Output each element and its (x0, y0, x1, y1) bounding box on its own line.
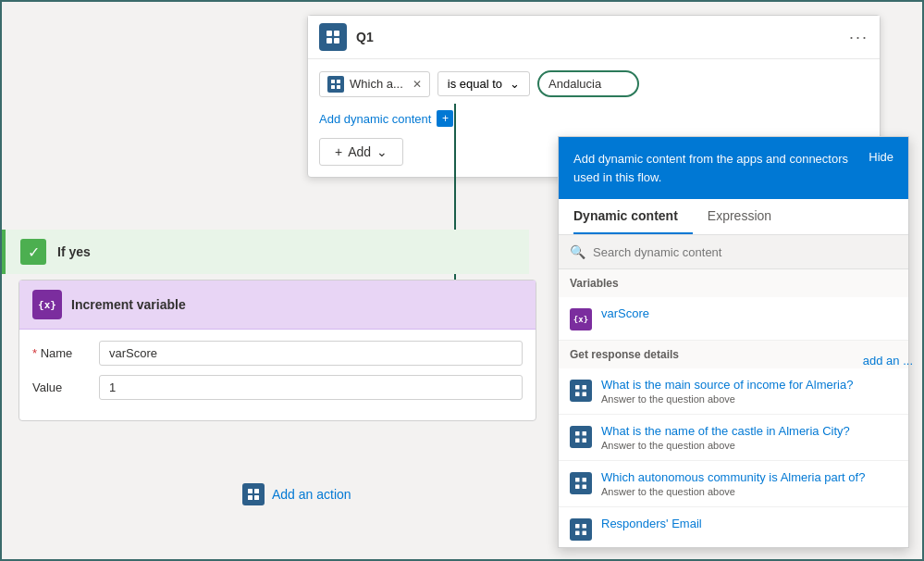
svg-rect-17 (575, 431, 580, 436)
add-dynamic-plus-button[interactable]: + (437, 110, 453, 127)
question-1-title: What is the main source of income for Al… (601, 378, 897, 392)
tab-dynamic-content[interactable]: Dynamic content (573, 199, 693, 234)
svg-rect-23 (575, 485, 580, 490)
responders-email-title: Responders' Email (601, 517, 897, 530)
var-score-item[interactable]: {x} varScore (559, 297, 908, 341)
add-plus-icon: + (335, 144, 342, 159)
var-score-icon: {x} (570, 308, 592, 330)
add-button[interactable]: + Add ⌄ (319, 138, 403, 166)
q1-icon (319, 23, 347, 51)
add-action-row: Add an action (242, 483, 351, 505)
svg-rect-2 (326, 38, 332, 44)
svg-rect-0 (326, 31, 332, 36)
add-chevron-icon: ⌄ (376, 144, 388, 159)
value-field-row: Value (32, 375, 523, 400)
which-chip-icon (327, 76, 344, 93)
svg-rect-28 (583, 531, 587, 536)
if-yes-check-icon: ✓ (20, 239, 46, 265)
question-2-sub: Answer to the question above (601, 440, 897, 451)
svg-rect-19 (575, 439, 580, 443)
panel-header-text: Add dynamic content from the apps and co… (573, 150, 857, 186)
svg-rect-14 (583, 385, 587, 390)
svg-rect-7 (337, 85, 340, 89)
search-icon: 🔍 (570, 244, 585, 259)
svg-rect-24 (583, 485, 587, 490)
value-field-input[interactable] (99, 375, 523, 400)
add-action-link[interactable]: Add an action (272, 487, 351, 502)
responders-email-item[interactable]: Responders' Email (559, 507, 908, 547)
question-2-content: What is the name of the castle in Almeri… (601, 424, 897, 451)
var-score-title: varScore (601, 306, 897, 320)
svg-rect-20 (583, 439, 587, 443)
q1-title: Q1 (356, 30, 374, 44)
variables-section-header: Variables (559, 269, 908, 297)
add-an-action-right[interactable]: add an ... (863, 354, 913, 368)
search-box: 🔍 (559, 235, 908, 269)
panel-header: Add dynamic content from the apps and co… (559, 137, 908, 199)
condition-row: Which a... ✕ is equal to ⌄ (319, 70, 869, 97)
responders-email-content: Responders' Email (601, 517, 897, 530)
question-2-title: What is the name of the castle in Almeri… (601, 424, 897, 438)
dynamic-content-panel: Add dynamic content from the apps and co… (558, 136, 909, 548)
svg-rect-3 (334, 38, 339, 44)
question-2-item[interactable]: What is the name of the castle in Almeri… (559, 415, 908, 461)
add-action-icon (242, 483, 265, 505)
add-dynamic-link[interactable]: Add dynamic content (319, 112, 431, 126)
operator-label: is equal to (448, 77, 502, 91)
panel-tabs: Dynamic content Expression (559, 199, 908, 235)
svg-rect-15 (575, 393, 580, 397)
search-input[interactable] (593, 245, 897, 259)
which-chip-label: Which a... (350, 77, 403, 91)
get-response-section-header: Get response details (559, 341, 908, 368)
svg-rect-11 (248, 495, 253, 500)
name-field-row: Name (32, 341, 523, 366)
if-yes-strip: ✓ If yes (2, 230, 529, 274)
increment-icon: {x} (32, 290, 62, 319)
responders-email-icon (570, 518, 592, 541)
svg-rect-5 (337, 80, 340, 83)
svg-rect-9 (248, 489, 253, 493)
if-yes-label: If yes (57, 244, 91, 259)
svg-rect-25 (575, 524, 580, 529)
svg-rect-10 (254, 489, 259, 493)
increment-header: {x} Increment variable (19, 280, 536, 330)
q1-header: Q1 ··· (308, 16, 880, 59)
chip-close-button[interactable]: ✕ (413, 78, 422, 91)
question-3-sub: Answer to the question above (601, 486, 897, 497)
svg-rect-1 (334, 31, 339, 36)
question-3-title: Which autonomous community is Almeria pa… (601, 470, 897, 484)
question-2-icon (570, 426, 592, 448)
question-1-item[interactable]: What is the main source of income for Al… (559, 368, 908, 415)
increment-title: Increment variable (71, 297, 186, 312)
svg-rect-6 (331, 85, 335, 89)
svg-rect-12 (254, 495, 259, 500)
value-input[interactable] (537, 70, 639, 97)
svg-rect-13 (575, 385, 580, 390)
add-button-label: Add (348, 144, 371, 159)
svg-rect-4 (331, 80, 335, 83)
question-1-icon (570, 380, 592, 402)
svg-rect-18 (583, 431, 587, 436)
question-3-content: Which autonomous community is Almeria pa… (601, 470, 897, 497)
value-label: Value (32, 380, 88, 394)
q1-header-left: Q1 (319, 23, 374, 51)
svg-rect-26 (583, 524, 587, 529)
which-chip[interactable]: Which a... ✕ (319, 71, 430, 97)
question-1-sub: Answer to the question above (601, 393, 897, 405)
svg-rect-22 (583, 478, 587, 482)
panel-hide-button[interactable]: Hide (869, 150, 893, 164)
svg-rect-21 (575, 478, 580, 482)
tab-expression[interactable]: Expression (708, 199, 786, 234)
more-options-button[interactable]: ··· (849, 28, 869, 47)
question-3-item[interactable]: Which autonomous community is Almeria pa… (559, 461, 908, 507)
name-input[interactable] (99, 341, 523, 366)
svg-rect-27 (575, 531, 580, 536)
chevron-down-icon: ⌄ (510, 77, 520, 91)
add-dynamic-row: Add dynamic content + (319, 106, 869, 131)
question-1-content: What is the main source of income for Al… (601, 378, 897, 405)
increment-icon-label: {x} (38, 299, 56, 311)
increment-card: {x} Increment variable Name Value (18, 280, 536, 421)
increment-body: Name Value (19, 330, 536, 420)
operator-dropdown[interactable]: is equal to ⌄ (437, 71, 530, 96)
panel-content: Variables {x} varScore Get response deta… (559, 269, 908, 547)
